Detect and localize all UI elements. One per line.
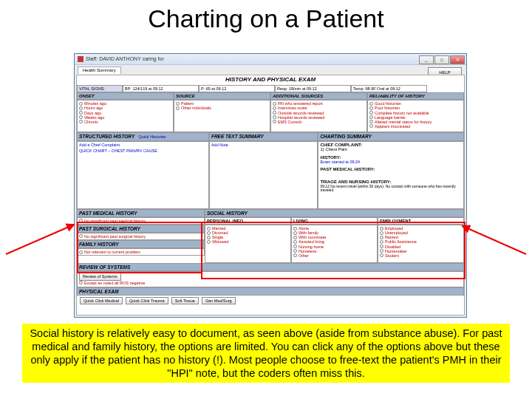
tn-value: 09:12 No recent travel (within 30 days).…: [320, 185, 462, 193]
hx-header-row: ONSET SOURCE ADDITIONAL SOURCES RELIABIL…: [77, 92, 464, 100]
chk-other[interactable]: Other individuals: [176, 106, 268, 110]
living-list: Alone With family With roommate Assisted…: [291, 225, 378, 263]
lower-section: PAST MEDICAL HISTORY No significant past…: [77, 209, 464, 264]
arrow-right: [458, 210, 531, 262]
emr-window: Staff: DAVID ANTHONY caring for _ □ ✕ He…: [74, 53, 467, 318]
chk-student[interactable]: Student: [380, 253, 462, 258]
pmh-header: PAST MEDICAL HISTORY: [77, 209, 205, 217]
midsection-headers: STRUCTURED HISTORY Quick Histories FREE …: [77, 132, 464, 140]
hx-label: HISTORY:: [320, 155, 462, 160]
left-hx-col: PAST MEDICAL HISTORY No significant past…: [77, 209, 205, 264]
arrow-left: [3, 210, 80, 262]
minimize-button[interactable]: _: [419, 55, 434, 64]
chk-widowed[interactable]: Widowed: [207, 239, 289, 244]
addl-header: ADDITIONAL SOURCES: [270, 92, 367, 100]
hx-body-row: Minutes ago Hours ago Days ago Weeks ago…: [77, 100, 464, 132]
hx-value[interactable]: Exam started at 09:24: [320, 160, 462, 164]
emr-body: HISTORY AND PHYSICAL EXAM VITAL SIGNS: B…: [76, 75, 465, 316]
hp-exam-title: HISTORY AND PHYSICAL EXAM: [77, 77, 464, 83]
source-list: Patient Other individuals: [174, 100, 270, 132]
close-button[interactable]: ✕: [450, 55, 465, 64]
bottom-buttons: Quick Click Medical Quick Click Trauma S…: [77, 296, 464, 306]
struct-hx-header: STRUCTURED HISTORY Quick Histories: [77, 132, 209, 140]
chk-fh[interactable]: Not relevant to current problem: [77, 248, 205, 256]
free-text-body: Add Note: [209, 141, 318, 209]
chk-intox[interactable]: Appears intoxicated: [369, 124, 462, 129]
vital-bp: BP: 124/119 at 09:12: [123, 85, 199, 92]
btn-gen-medsurg[interactable]: Gen Med/Surg: [202, 297, 236, 304]
app-icon: [78, 56, 83, 62]
window-title: Staff: DAVID ANTHONY caring for: [86, 56, 164, 62]
chk-chronic[interactable]: Chronic: [79, 120, 171, 124]
svg-line-0: [6, 225, 74, 254]
psh-header: PAST SURGICAL HISTORY: [77, 225, 205, 233]
social-header: SOCIAL HISTORY: [205, 209, 464, 217]
chk-other-living[interactable]: Other: [293, 253, 375, 258]
employ-header: EMPLOYMENT: [378, 217, 464, 225]
btn-qc-medical[interactable]: Quick Click Medical: [80, 297, 123, 304]
social-hx-col: SOCIAL HISTORY PERSONAL INFO Married Div…: [205, 209, 464, 264]
cc-label: CHIEF COMPLAINT:: [320, 143, 462, 148]
chart-summary-body: CHIEF COMPLAINT: 1) Chest Pain HISTORY: …: [318, 141, 464, 209]
fh-header: FAMILY HISTORY: [77, 240, 205, 248]
chart-summary-header: CHARTING SUMMARY: [318, 132, 464, 140]
svg-line-1: [463, 226, 526, 254]
add-note-link[interactable]: Add Note: [211, 143, 316, 147]
struct-hx-body: Add a Chief Complaint QUICK CHART – CHES…: [77, 141, 209, 209]
slide-title: Charting on a Patient: [0, 4, 532, 33]
pmh-sum-label: PAST MEDICAL HISTORY:: [320, 167, 462, 172]
window-titlebar[interactable]: Staff: DAVID ANTHONY caring for _ □ ✕: [75, 54, 466, 65]
midsection-body: Add a Chief Complaint QUICK CHART – CHES…: [77, 141, 464, 209]
quick-chart-link[interactable]: QUICK CHART – CHEST PAIN/RV CAUSE: [79, 149, 207, 153]
maximize-button[interactable]: □: [434, 55, 449, 64]
pe-header: PHYSICAL EXAM: [77, 287, 464, 296]
personal-header: PERSONAL INFO: [205, 217, 291, 225]
caption: Social history is relatively easy to doc…: [22, 324, 510, 383]
reliab-list: Good historian Poor historian Complete h…: [367, 100, 464, 132]
personal-list: Married Divorced Single Widowed: [205, 225, 291, 263]
chk-ros-neg[interactable]: Except as noted all ROS negative: [79, 281, 145, 285]
free-text-header: FREE TEXT SUMMARY: [209, 132, 318, 140]
btn-soft-tissue[interactable]: Soft Tissue: [171, 297, 199, 304]
chk-ems[interactable]: EMS Consult: [273, 120, 365, 124]
add-cc-link[interactable]: Add a Chief Complaint: [79, 143, 207, 147]
vital-pulse: P: 65 at 09:12: [199, 85, 275, 92]
reliab-header: RELIABILITY OF HISTORY: [367, 92, 464, 100]
source-header: SOURCE: [174, 92, 270, 100]
onset-list: Minutes ago Hours ago Days ago Weeks ago…: [77, 100, 174, 132]
employ-list: Employed Unemployed Retired Public Assis…: [378, 225, 464, 263]
ros-body: Review of Systems Except as noted all RO…: [77, 271, 464, 287]
chk-pmh[interactable]: No significant past medical history: [77, 217, 205, 225]
slide: Charting on a Patient Staff: DAVID ANTHO…: [0, 4, 532, 399]
vitals-row: VITAL SIGNS: BP: 124/119 at 09:12 P: 65 …: [77, 85, 464, 92]
vital-resp: Resp: 18/min at 09:12: [275, 85, 351, 92]
tab-health-summary[interactable]: Health Summary: [78, 66, 121, 74]
onset-header: ONSET: [77, 92, 174, 100]
chk-psh[interactable]: No significant past surgical history: [77, 233, 205, 240]
addl-list: RN who answered report Inservices notes …: [270, 100, 367, 132]
ros-button[interactable]: Review of Systems: [79, 273, 121, 280]
ros-header: REVIEW OF SYSTEMS: [77, 263, 464, 271]
cc-value: 1) Chest Pain: [320, 147, 462, 152]
quick-histories-link[interactable]: Quick Histories: [139, 134, 166, 139]
vitals-label: VITAL SIGNS:: [77, 85, 123, 92]
btn-qc-trauma[interactable]: Quick Click Trauma: [126, 297, 168, 304]
vital-temp: Temp: 98.9F Oral at 09:12: [351, 85, 427, 92]
living-header: LIVING: [291, 217, 378, 225]
